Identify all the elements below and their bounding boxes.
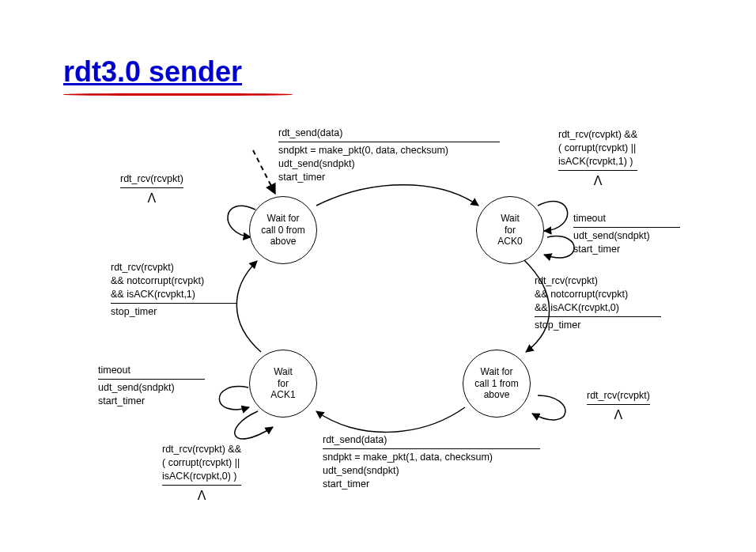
edge-s2-idle: rdt_rcv(rcvpkt) Λ	[587, 389, 650, 423]
edge-s0-idle: rdt_rcv(rcvpkt) Λ	[120, 172, 183, 206]
edge-send0: rdt_send(data) sndpkt = make_pkt(0, data…	[278, 127, 500, 184]
diagram-canvas: { "title": "rdt3.0 sender", "states": { …	[0, 0, 756, 552]
page-title: rdt3.0 sender	[63, 55, 242, 89]
edge-ack0-ok: rdt_rcv(rcvpkt) && notcorrupt(rcvpkt) &&…	[535, 274, 661, 332]
edge-ack1-corrupt: rdt_rcv(rcvpkt) && ( corrupt(rcvpkt) || …	[162, 443, 241, 504]
edge-ack0-corrupt: rdt_rcv(rcvpkt) && ( corrupt(rcvpkt) || …	[558, 128, 637, 189]
edge-ack1-timeout: timeout udt_send(sndpkt) start_timer	[98, 364, 205, 408]
edge-ack1-ok: rdt_rcv(rcvpkt) && notcorrupt(rcvpkt) &&…	[111, 261, 237, 319]
state-wait-ack0: Wait for ACK0	[476, 196, 544, 264]
edge-ack0-timeout: timeout udt_send(sndpkt) start_timer	[573, 212, 680, 256]
state-wait-call-0: Wait for call 0 from above	[249, 196, 317, 264]
state-wait-ack1: Wait for ACK1	[249, 350, 317, 418]
edge-send1: rdt_send(data) sndpkt = make_pkt(1, data…	[323, 433, 540, 491]
title-underline	[63, 93, 293, 96]
state-wait-call-1: Wait for call 1 from above	[463, 350, 531, 418]
